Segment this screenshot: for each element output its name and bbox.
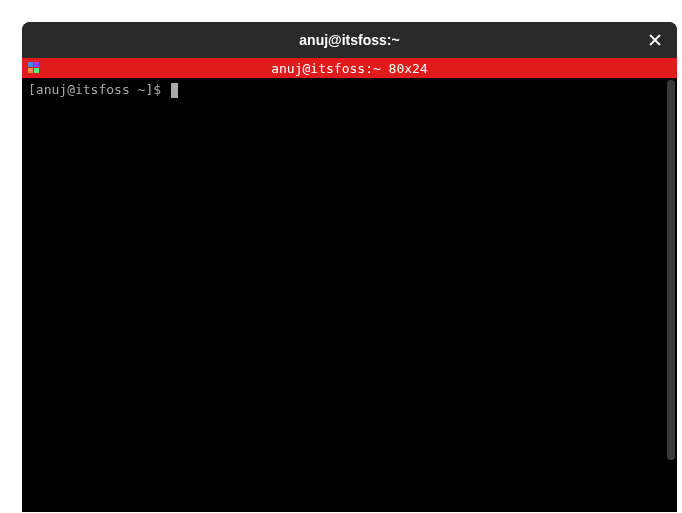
terminal-tab-icon[interactable] xyxy=(26,60,42,76)
titlebar[interactable]: anuj@itsfoss:~ xyxy=(22,22,677,58)
terminal-content: [anuj@itsfoss ~]$ xyxy=(28,82,671,508)
tab-title: anuj@itsfoss:~ 80x24 xyxy=(22,61,677,76)
prompt-text: [anuj@itsfoss ~]$ xyxy=(28,82,169,99)
window-title: anuj@itsfoss:~ xyxy=(299,32,399,48)
prompt-line: [anuj@itsfoss ~]$ xyxy=(28,82,671,99)
svg-rect-3 xyxy=(34,62,39,67)
close-icon xyxy=(649,34,661,46)
terminal-body[interactable]: [anuj@itsfoss ~]$ xyxy=(22,78,677,512)
terminal-window: anuj@itsfoss:~ anuj@itsfoss:~ 80x24 [anu… xyxy=(22,22,677,512)
tab-bar: anuj@itsfoss:~ 80x24 xyxy=(22,58,677,78)
svg-rect-4 xyxy=(28,68,33,73)
scrollbar[interactable] xyxy=(667,80,675,460)
cursor xyxy=(171,83,178,98)
close-button[interactable] xyxy=(645,30,665,50)
svg-rect-2 xyxy=(28,62,33,67)
svg-rect-5 xyxy=(34,68,39,73)
